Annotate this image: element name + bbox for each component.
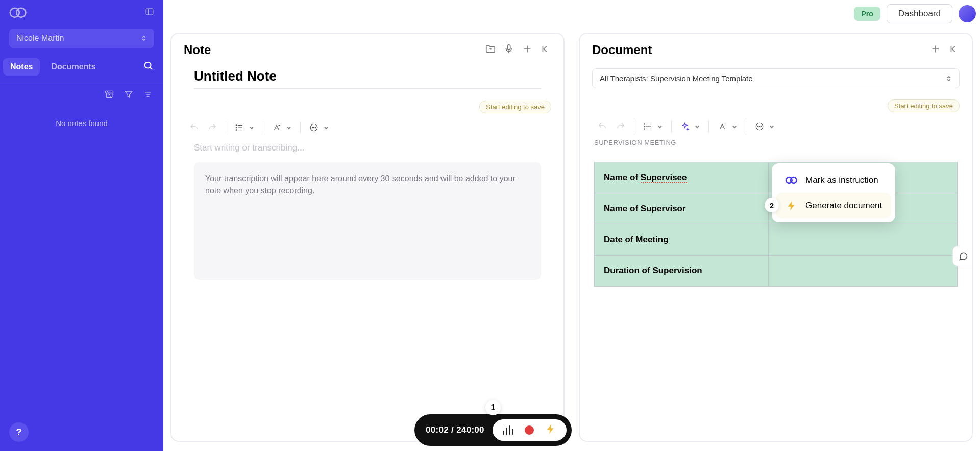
open-folder-icon[interactable]: [485, 43, 496, 57]
recorder-time: 00:02 / 240:00: [426, 425, 484, 435]
waveform-icon: [503, 425, 513, 435]
table-row: Date of Meeting: [595, 224, 958, 256]
mic-icon[interactable]: [503, 43, 514, 57]
collapse-sidebar-icon[interactable]: [145, 7, 154, 18]
app-logo-small-icon: [785, 173, 798, 187]
svg-point-1: [16, 8, 26, 17]
archive-icon[interactable]: [104, 89, 114, 102]
chevron-down-icon[interactable]: [731, 123, 738, 130]
plus-icon[interactable]: [930, 43, 941, 57]
transcription-box: Your transcription will appear here arou…: [194, 162, 541, 280]
svg-point-24: [312, 127, 313, 128]
section-label: SUPERVISION MEETING: [580, 139, 972, 146]
filter-icon[interactable]: [124, 89, 134, 102]
topbar: Pro Dashboard: [854, 4, 976, 23]
table-row: Duration of Supervision: [595, 256, 958, 287]
svg-point-18: [236, 125, 237, 126]
svg-point-40: [761, 126, 762, 127]
undo-icon[interactable]: [186, 119, 202, 136]
ai-sparkle-icon[interactable]: [677, 118, 693, 135]
note-panel-title: Note: [184, 43, 478, 57]
document-toolbar: [580, 112, 972, 139]
svg-point-4: [145, 62, 151, 68]
svg-point-39: [759, 126, 760, 127]
step-badge-1: 1: [485, 400, 501, 415]
comment-button[interactable]: [952, 246, 973, 266]
app-logo: [9, 7, 28, 18]
text-style-icon[interactable]: [714, 118, 730, 135]
svg-point-32: [644, 124, 645, 125]
document-panel-title: Document: [592, 43, 923, 57]
svg-point-20: [236, 130, 237, 131]
ai-popup-menu: 2 Mark as instruction Generate document: [772, 163, 895, 222]
record-button[interactable]: [525, 425, 534, 435]
collapse-panel-icon[interactable]: [948, 43, 960, 57]
editor-placeholder[interactable]: Start writing or transcribing...: [194, 143, 541, 153]
redo-icon[interactable]: [204, 119, 220, 136]
svg-point-33: [644, 126, 645, 127]
plus-icon[interactable]: [522, 43, 533, 57]
step-badge-2: 2: [765, 198, 779, 212]
empty-state: No notes found: [0, 119, 163, 128]
sort-icon[interactable]: [143, 89, 153, 102]
note-toolbar: [172, 113, 564, 140]
svg-rect-2: [146, 9, 153, 15]
chevron-down-icon[interactable]: [323, 124, 329, 131]
sidebar: Nicole Martin Notes Documents No notes f…: [0, 0, 163, 451]
svg-point-34: [644, 129, 645, 130]
chevron-updown-icon: [946, 76, 952, 82]
document-panel: Document All Therapists: Supervision Mee…: [579, 33, 973, 442]
search-icon[interactable]: [143, 60, 154, 73]
tab-notes[interactable]: Notes: [3, 58, 40, 76]
note-panel: Note Untitled Note Start editing to save…: [170, 33, 565, 442]
svg-rect-12: [507, 45, 510, 50]
bolt-icon: [785, 199, 798, 212]
generate-document-item[interactable]: Generate document: [776, 193, 891, 218]
patient-select[interactable]: Nicole Martin: [9, 29, 154, 48]
chevron-down-icon[interactable]: [694, 123, 700, 130]
undo-icon[interactable]: [594, 118, 610, 135]
chevron-down-icon[interactable]: [249, 124, 255, 131]
main-area: Pro Dashboard Note Untitled Note Start e…: [163, 0, 980, 451]
collapse-panel-icon[interactable]: [540, 43, 551, 57]
svg-point-26: [315, 127, 316, 128]
list-icon[interactable]: [640, 118, 656, 135]
list-icon[interactable]: [231, 119, 248, 136]
recorder-wrap: 1 00:02 / 240:00: [334, 414, 652, 446]
svg-point-19: [236, 127, 237, 128]
chevron-down-icon[interactable]: [769, 123, 775, 130]
pro-badge: Pro: [854, 7, 880, 21]
svg-line-5: [150, 67, 152, 69]
svg-rect-6: [106, 91, 113, 93]
svg-point-25: [313, 127, 314, 128]
help-button[interactable]: ?: [9, 422, 29, 442]
svg-point-38: [757, 126, 758, 127]
patient-name: Nicole Martin: [16, 34, 64, 43]
save-hint: Start editing to save: [479, 101, 551, 113]
save-hint: Start editing to save: [888, 99, 960, 112]
dashboard-button[interactable]: Dashboard: [887, 4, 952, 23]
more-icon[interactable]: [306, 119, 322, 136]
chevron-down-icon[interactable]: [286, 124, 292, 131]
template-name: All Therapists: Supervision Meeting Temp…: [600, 74, 753, 83]
bolt-icon[interactable]: [545, 423, 556, 437]
redo-icon[interactable]: [612, 118, 629, 135]
tab-documents[interactable]: Documents: [44, 58, 103, 76]
text-style-icon[interactable]: [268, 119, 285, 136]
avatar[interactable]: [959, 5, 976, 22]
note-title-input[interactable]: Untitled Note: [194, 68, 541, 89]
svg-line-8: [107, 91, 111, 97]
recorder-pill: 1 00:02 / 240:00: [414, 414, 572, 446]
chevron-down-icon[interactable]: [657, 123, 663, 130]
more-icon[interactable]: [751, 118, 768, 135]
mark-as-instruction-item[interactable]: Mark as instruction: [776, 167, 891, 193]
chevron-updown-icon: [141, 35, 147, 41]
template-select[interactable]: All Therapists: Supervision Meeting Temp…: [592, 68, 960, 88]
